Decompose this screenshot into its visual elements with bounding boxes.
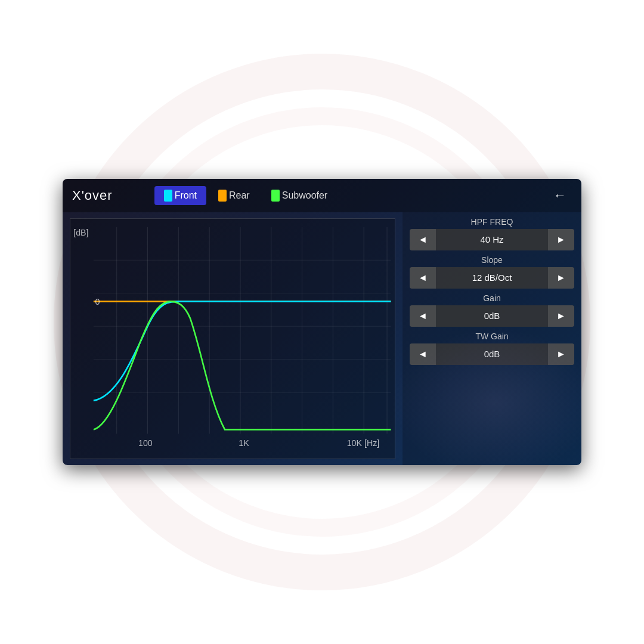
hpf-freq-group: HPF FREQ ◄ 40 Hz ► <box>410 217 574 250</box>
svg-text:1K: 1K <box>239 438 249 448</box>
gain-label: Gain <box>483 293 501 303</box>
svg-text:10K [Hz]: 10K [Hz] <box>347 438 380 448</box>
controls-area: HPF FREQ ◄ 40 Hz ► Slope ◄ 12 dB/Oct ► G… <box>402 212 581 465</box>
hpf-freq-row: ◄ 40 Hz ► <box>410 229 574 250</box>
header: X'over Front Rear Subwoofer ← <box>63 179 581 212</box>
tab-front[interactable]: Front <box>154 186 206 205</box>
hpf-freq-value: 40 Hz <box>436 229 548 250</box>
chart-area: 0 [dB] 100 1K 10K [Hz] <box>63 212 402 465</box>
tab-rear-label: Rear <box>229 190 250 201</box>
slope-group: Slope ◄ 12 dB/Oct ► <box>410 255 574 289</box>
svg-text:100: 100 <box>138 438 153 448</box>
gain-row: ◄ 0dB ► <box>410 305 574 327</box>
rear-indicator <box>218 190 227 202</box>
tw-gain-group: TW Gain ◄ 0dB ► <box>410 332 574 365</box>
tw-gain-increase[interactable]: ► <box>548 343 574 365</box>
tab-bar: Front Rear Subwoofer <box>154 186 542 205</box>
tw-gain-decrease[interactable]: ◄ <box>410 343 436 365</box>
chart-container: 0 [dB] 100 1K 10K [Hz] <box>70 218 395 459</box>
svg-text:[dB]: [dB] <box>73 227 88 237</box>
tab-rear[interactable]: Rear <box>209 186 259 205</box>
device-panel: X'over Front Rear Subwoofer ← <box>63 179 581 465</box>
hpf-freq-label: HPF FREQ <box>471 217 513 227</box>
gain-increase[interactable]: ► <box>548 305 574 327</box>
svg-text:0: 0 <box>95 297 100 307</box>
slope-row: ◄ 12 dB/Oct ► <box>410 267 574 289</box>
tw-gain-value: 0dB <box>436 343 548 365</box>
slope-decrease[interactable]: ◄ <box>410 267 436 289</box>
main-content: 0 [dB] 100 1K 10K [Hz] HPF FREQ ◄ 40 Hz … <box>63 212 581 465</box>
tab-subwoofer[interactable]: Subwoofer <box>262 186 338 205</box>
tw-gain-row: ◄ 0dB ► <box>410 343 574 365</box>
tab-subwoofer-label: Subwoofer <box>282 190 328 201</box>
tw-gain-label: TW Gain <box>475 332 508 341</box>
slope-label: Slope <box>481 255 503 265</box>
back-button[interactable]: ← <box>548 184 572 208</box>
page-title: X'over <box>72 188 113 203</box>
hpf-freq-increase[interactable]: ► <box>548 229 574 250</box>
slope-value: 12 dB/Oct <box>436 267 548 289</box>
front-indicator <box>164 190 172 202</box>
slope-increase[interactable]: ► <box>548 267 574 289</box>
frequency-chart: 0 [dB] 100 1K 10K [Hz] <box>70 219 395 459</box>
tab-front-label: Front <box>175 190 197 201</box>
gain-value: 0dB <box>436 305 548 327</box>
gain-decrease[interactable]: ◄ <box>410 305 436 327</box>
sub-indicator <box>271 190 280 202</box>
hpf-freq-decrease[interactable]: ◄ <box>410 229 436 250</box>
gain-group: Gain ◄ 0dB ► <box>410 293 574 327</box>
